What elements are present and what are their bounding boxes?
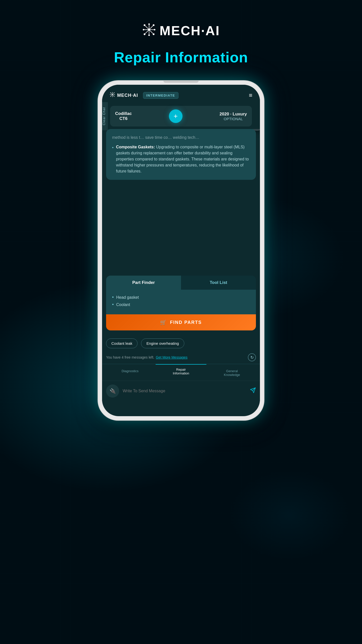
nav-repair-info[interactable]: RepairInformation bbox=[156, 364, 207, 378]
free-messages-bar: You have 4 free messages left. Get More … bbox=[102, 351, 260, 364]
parts-list: • Head gasket • Coolant bbox=[106, 290, 256, 314]
tab-tool-list[interactable]: Tool List bbox=[181, 276, 256, 290]
app-logo-small: MECH·AI bbox=[110, 92, 138, 99]
car-selector[interactable]: Clear Chat Codillac CT6 + 2020 · Luxury … bbox=[110, 106, 252, 126]
clear-chat-label: Clear Chat bbox=[102, 107, 106, 125]
chip-overheating-text: Engine overheating bbox=[146, 341, 179, 346]
hamburger-icon[interactable]: ≡ bbox=[249, 92, 252, 98]
chip-coolant-leak[interactable]: Coolant leak bbox=[106, 338, 138, 348]
svg-line-33 bbox=[113, 95, 114, 96]
svg-point-18 bbox=[110, 93, 111, 93]
phone-mockup: MECH·AI INTERMEDIATE ≡ Clear Chat bbox=[98, 81, 264, 420]
send-icon[interactable] bbox=[250, 387, 256, 395]
part-finder-tabs: Part Finder Tool List bbox=[106, 276, 256, 290]
svg-point-24 bbox=[110, 94, 110, 95]
find-parts-button[interactable]: 🛒 FIND PARTS bbox=[106, 314, 256, 330]
part-item-coolant: • Coolant bbox=[112, 302, 250, 307]
car-model: Codillac bbox=[115, 111, 132, 116]
cart-icon: 🛒 bbox=[160, 319, 167, 325]
small-logo-text: MECH·AI bbox=[117, 93, 138, 98]
svg-line-13 bbox=[145, 26, 148, 29]
part-item-gasket: • Head gasket bbox=[112, 295, 250, 300]
bullet-icon-2: • bbox=[112, 302, 114, 307]
add-vehicle-button[interactable]: + bbox=[169, 109, 183, 123]
svg-point-3 bbox=[144, 33, 145, 35]
svg-line-16 bbox=[150, 31, 153, 33]
message-composite: • Composite Gaskets: Upgrading to compos… bbox=[112, 144, 250, 174]
logo-circuit-icon bbox=[142, 23, 156, 39]
get-more-messages-link[interactable]: Get More Messages bbox=[156, 355, 188, 359]
svg-point-25 bbox=[114, 94, 115, 95]
message-truncated: method is less t… save time co… welding … bbox=[112, 135, 250, 141]
quick-chips-container: Coolant leak Engine overheating bbox=[102, 334, 260, 351]
svg-point-22 bbox=[112, 92, 113, 93]
svg-point-5 bbox=[148, 23, 150, 25]
app-logo: MECH·AI bbox=[142, 23, 220, 39]
find-parts-label: FIND PARTS bbox=[170, 320, 202, 325]
svg-line-31 bbox=[113, 93, 114, 94]
svg-point-20 bbox=[110, 96, 111, 97]
svg-point-7 bbox=[143, 29, 144, 30]
car-trim: CT6 bbox=[115, 116, 132, 121]
svg-point-21 bbox=[114, 96, 115, 97]
svg-line-15 bbox=[145, 31, 148, 33]
svg-point-0 bbox=[148, 28, 150, 31]
svg-point-23 bbox=[112, 96, 113, 97]
level-badge: INTERMEDIATE bbox=[143, 92, 178, 99]
logo-text: MECH·AI bbox=[160, 23, 220, 38]
svg-point-1 bbox=[144, 24, 145, 26]
small-circuit-icon bbox=[110, 92, 115, 99]
nav-general-knowledge[interactable]: GeneralKnowledge bbox=[206, 368, 257, 378]
svg-point-8 bbox=[154, 29, 155, 30]
obd-icon: 🔌 bbox=[106, 384, 119, 398]
car-info-right: 2020 · Luxury OPTIONAL bbox=[219, 112, 247, 121]
svg-line-14 bbox=[150, 26, 153, 29]
input-area: 🔌 bbox=[102, 381, 260, 401]
app-header: MECH·AI INTERMEDIATE ≡ bbox=[102, 85, 260, 103]
car-package: OPTIONAL bbox=[219, 117, 247, 121]
svg-point-2 bbox=[153, 24, 154, 26]
chip-engine-overheating[interactable]: Engine overheating bbox=[141, 338, 184, 348]
part-finder-card: Part Finder Tool List • Head gasket • Co… bbox=[106, 276, 256, 330]
part-name-gasket: Head gasket bbox=[116, 295, 139, 300]
svg-point-19 bbox=[114, 93, 115, 93]
free-messages-text: You have 4 free messages left. bbox=[106, 355, 154, 359]
svg-line-32 bbox=[111, 95, 112, 96]
svg-point-17 bbox=[112, 94, 113, 95]
svg-line-30 bbox=[111, 93, 112, 94]
message-input[interactable] bbox=[123, 389, 246, 393]
page-title: Repair Information bbox=[114, 49, 248, 66]
part-name-coolant: Coolant bbox=[116, 303, 130, 307]
svg-point-6 bbox=[148, 34, 150, 36]
chip-coolant-text: Coolant leak bbox=[111, 341, 132, 346]
svg-point-4 bbox=[153, 33, 154, 35]
bullet-icon: • bbox=[112, 295, 114, 300]
car-year: 2020 · Luxury bbox=[219, 112, 247, 117]
sidebar-clear-chat[interactable]: Clear Chat bbox=[102, 102, 108, 130]
message-bubble: method is less t… save time co… welding … bbox=[106, 129, 256, 180]
nav-diagnostics[interactable]: Diagnostics bbox=[105, 368, 156, 378]
bottom-nav: Diagnostics RepairInformation GeneralKno… bbox=[102, 364, 260, 381]
refresh-icon[interactable]: ↻ bbox=[248, 353, 256, 361]
tab-part-finder[interactable]: Part Finder bbox=[106, 276, 181, 290]
phone-notch bbox=[163, 81, 199, 83]
car-info-left: Codillac CT6 bbox=[115, 111, 132, 121]
